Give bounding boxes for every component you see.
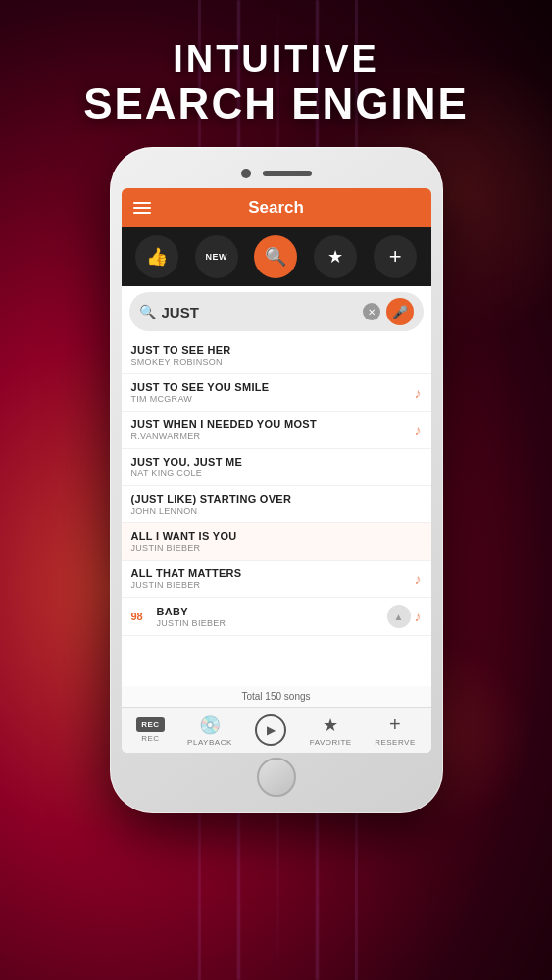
play-button[interactable]: ▶: [255, 714, 286, 746]
song-arrow-8: ▲: [387, 605, 411, 628]
like-icon: 👍: [146, 246, 168, 268]
song-info-4: JUST YOU, JUST ME NAT KING COLE: [131, 456, 422, 478]
phone-notch: [122, 159, 431, 188]
song-artist-7: JUSTIN BIEBER: [131, 580, 415, 590]
song-item-4[interactable]: JUST YOU, JUST ME NAT KING COLE: [122, 449, 431, 486]
mic-button[interactable]: 🎤: [386, 298, 414, 325]
song-title-6: ALL I WANT IS YOU: [131, 530, 422, 542]
phone-speaker: [263, 171, 312, 176]
favorite-icon: ★: [323, 714, 338, 736]
tab-search[interactable]: 🔍: [254, 235, 297, 278]
promo-header: INTUITIVE SEARCH ENGINE: [0, 0, 552, 127]
search-bar-icon: 🔍: [139, 304, 156, 319]
app-header: Search: [122, 188, 431, 227]
phone-screen: Search 👍 NEW 🔍 ★ +: [122, 188, 431, 753]
disc-icon: 💿: [199, 714, 221, 736]
song-info-3: JUST WHEN I NEEDED YOU MOST R.VANWARMER: [131, 418, 415, 441]
add-icon: +: [389, 244, 402, 270]
home-button[interactable]: [257, 758, 296, 797]
search-input[interactable]: [162, 304, 363, 320]
song-title-8: BABY: [157, 606, 387, 617]
song-title-3: JUST WHEN I NEEDED YOU MOST: [131, 418, 415, 430]
song-artist-2: TIM MCGRAW: [131, 394, 415, 404]
song-info-8: BABY JUSTIN BIEBER: [157, 606, 387, 628]
song-item-7[interactable]: ALL THAT MATTERS JUSTIN BIEBER ♪: [122, 561, 431, 598]
song-artist-1: SMOKEY ROBINSON: [131, 357, 422, 367]
nav-tabs: 👍 NEW 🔍 ★ +: [122, 227, 431, 286]
header-line2: SEARCH ENGINE: [0, 80, 552, 127]
song-artist-8: JUSTIN BIEBER: [157, 618, 387, 628]
search-clear-button[interactable]: ✕: [363, 303, 380, 320]
rec-label: REC: [141, 734, 159, 743]
song-note-icon-2: ♪: [415, 385, 422, 401]
new-badge: NEW: [205, 252, 227, 262]
reserve-icon: +: [389, 713, 401, 736]
phone-mockup: Search 👍 NEW 🔍 ★ +: [0, 147, 552, 813]
tab-like[interactable]: 👍: [135, 235, 178, 278]
reserve-label: RESERVE: [375, 738, 416, 747]
total-songs: Total 150 songs: [122, 686, 431, 707]
song-title-7: ALL THAT MATTERS: [131, 567, 415, 579]
song-title-4: JUST YOU, JUST ME: [131, 456, 422, 467]
search-icon: 🔍: [265, 246, 286, 268]
song-info-5: (JUST LIKE) STARTING OVER JOHN LENNON: [131, 493, 422, 515]
song-item-3[interactable]: JUST WHEN I NEEDED YOU MOST R.VANWARMER …: [122, 412, 431, 449]
phone-camera: [241, 169, 251, 178]
song-artist-4: NAT KING COLE: [131, 468, 422, 478]
tab-add[interactable]: +: [374, 235, 417, 278]
song-title-5: (JUST LIKE) STARTING OVER: [131, 493, 422, 505]
song-artist-3: R.VANWARMER: [131, 431, 415, 441]
song-item-1[interactable]: JUST TO SEE HER SMOKEY ROBINSON: [122, 337, 431, 374]
rec-icon: REC: [136, 717, 164, 732]
song-note-icon-7: ♪: [415, 571, 422, 587]
tab-favorite[interactable]: ★: [314, 235, 357, 278]
header-line1: INTUITIVE: [0, 39, 552, 80]
song-item-2[interactable]: JUST TO SEE YOU SMILE TIM MCGRAW ♪: [122, 374, 431, 412]
phone-bottom: [122, 753, 431, 802]
hamburger-button[interactable]: [133, 202, 151, 214]
song-item-8[interactable]: 98 BABY JUSTIN BIEBER ▲ ♪: [122, 598, 431, 636]
song-note-icon-3: ♪: [415, 422, 422, 438]
app-title: Search: [248, 198, 304, 218]
song-title-1: JUST TO SEE HER: [131, 344, 422, 356]
song-info-1: JUST TO SEE HER SMOKEY ROBINSON: [131, 344, 422, 367]
song-number-8: 98: [131, 611, 151, 622]
favorite-button[interactable]: ★ FAVORITE: [310, 714, 352, 747]
favorite-label: FAVORITE: [310, 738, 352, 747]
song-title-2: JUST TO SEE YOU SMILE: [131, 381, 415, 393]
song-info-7: ALL THAT MATTERS JUSTIN BIEBER: [131, 567, 415, 590]
song-artist-6: JUSTIN BIEBER: [131, 543, 422, 553]
song-artist-5: JOHN LENNON: [131, 506, 422, 515]
phone-frame: Search 👍 NEW 🔍 ★ +: [110, 147, 443, 813]
star-icon: ★: [327, 246, 343, 268]
playback-button[interactable]: 💿 PLAYBACK: [187, 714, 232, 747]
reserve-button[interactable]: + RESERVE: [375, 713, 416, 747]
song-info-6: ALL I WANT IS YOU JUSTIN BIEBER: [131, 530, 422, 553]
bottom-bar: REC REC 💿 PLAYBACK ▶ ★ FAVORITE + RESERV…: [122, 707, 431, 753]
song-item-5[interactable]: (JUST LIKE) STARTING OVER JOHN LENNON: [122, 486, 431, 523]
search-bar[interactable]: 🔍 ✕ 🎤: [129, 292, 424, 331]
play-icon: ▶: [255, 714, 286, 746]
tab-new[interactable]: NEW: [195, 235, 238, 278]
song-info-2: JUST TO SEE YOU SMILE TIM MCGRAW: [131, 381, 415, 404]
song-note-icon-8: ♪: [415, 609, 422, 624]
song-item-6[interactable]: ALL I WANT IS YOU JUSTIN BIEBER: [122, 523, 431, 561]
rec-button[interactable]: REC REC: [136, 717, 164, 743]
playback-label: PLAYBACK: [187, 738, 232, 747]
song-list: JUST TO SEE HER SMOKEY ROBINSON JUST TO …: [122, 337, 431, 686]
